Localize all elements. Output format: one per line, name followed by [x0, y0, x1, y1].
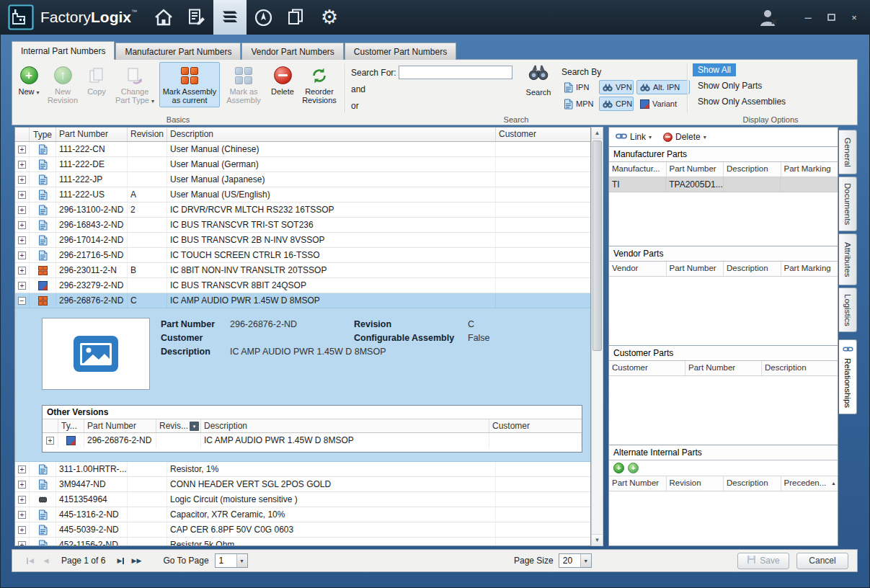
first-page-button[interactable]: ◀ [22, 554, 38, 567]
expand-toggle[interactable]: + [18, 481, 26, 489]
column-header-part-marking[interactable]: Part Marking [781, 262, 838, 276]
scroll-down-arrow[interactable]: ▼ [592, 534, 603, 545]
unlink-delete-button[interactable]: Delete▾ [663, 132, 706, 142]
display-option-show-only-assemblies[interactable]: Show Only Assemblies [693, 95, 791, 108]
mark-as-assembly-button[interactable]: Mark as Assembly [221, 62, 266, 107]
close-button[interactable]: × [845, 10, 863, 24]
user-logout-icon[interactable] [756, 6, 781, 28]
minimize-button[interactable]: ─ [799, 10, 817, 24]
column-header-part-number[interactable]: Part Number [667, 162, 724, 177]
filter-ipn-button[interactable]: IPN [560, 80, 596, 94]
column-header-description[interactable]: Description [724, 262, 781, 276]
previous-page-button[interactable]: ◀ [38, 554, 54, 567]
filter-mpn-button[interactable]: MPN [560, 97, 596, 111]
display-option-show-all[interactable]: Show All [693, 63, 736, 76]
link-button[interactable]: Link▾ [616, 132, 652, 142]
expand-toggle[interactable]: + [46, 437, 54, 445]
column-header-customer[interactable]: Customer [609, 361, 685, 375]
tab-documents[interactable]: Documents [839, 177, 857, 231]
tab-internal-part-numbers[interactable]: Internal Part Numbers [12, 41, 115, 60]
table-row[interactable]: +445-5039-2-NDCAP CER 6.8PF 50V C0G 0603 [15, 522, 590, 538]
column-header-description[interactable]: Description [724, 162, 781, 177]
expand-toggle[interactable]: + [18, 526, 26, 534]
expand-toggle[interactable]: + [18, 146, 26, 153]
cancel-button[interactable]: Cancel [796, 553, 848, 569]
table-row[interactable]: +296-23279-2-NDIC BUS TRANSCVR 8BIT 24QS… [15, 278, 590, 293]
add-alternate-secondary-button[interactable]: + [628, 463, 639, 473]
change-part-type-button[interactable]: Change Part Type ▾ [112, 62, 158, 109]
save-button[interactable]: Save [737, 553, 789, 569]
column-header-revision[interactable]: Revis...▾ [156, 419, 201, 432]
expand-toggle[interactable]: + [18, 176, 26, 184]
column-header-part-number[interactable]: Part Number [667, 262, 724, 276]
filter-cpn-button[interactable]: CPN [599, 97, 634, 111]
column-header-revision[interactable]: Revision [667, 476, 724, 491]
table-row[interactable]: +296-13100-2-ND2IC DRVR/RCVR MLTCH RS232… [15, 202, 590, 218]
tab-manufacturer-part-numbers[interactable]: Manufacturer Part Numbers [115, 43, 241, 60]
column-header-part-number[interactable]: Part Number [685, 361, 762, 375]
new-button[interactable]: + New ▾ [15, 62, 43, 100]
display-option-show-only-parts[interactable]: Show Only Parts [693, 79, 767, 92]
table-row[interactable]: +111-222-JPUser Manual (Japanese) [15, 172, 590, 187]
documents-icon[interactable] [280, 0, 313, 35]
add-alternate-button[interactable]: + [613, 463, 624, 473]
collapse-toggle[interactable]: − [18, 297, 26, 305]
revision-filter-icon[interactable]: ▾ [190, 422, 199, 431]
goto-page-select[interactable]: 1 ▼ [215, 553, 248, 568]
column-header-description[interactable]: Description [724, 476, 781, 491]
search-button[interactable]: Search [520, 63, 557, 97]
column-header-revision[interactable]: Revision [128, 128, 167, 141]
next-page-button[interactable]: ▶ [112, 554, 128, 567]
other-version-row[interactable]: +296-26876-2-NDIC AMP AUDIO PWR 1.45W D … [43, 433, 582, 448]
expand-toggle[interactable]: + [18, 236, 26, 244]
expand-toggle[interactable]: + [18, 496, 26, 504]
expand-toggle[interactable]: + [18, 541, 26, 547]
expand-toggle[interactable]: + [18, 466, 26, 473]
maximize-button[interactable] [822, 10, 840, 24]
tab-vendor-part-numbers[interactable]: Vendor Part Numbers [241, 43, 343, 60]
parts-icon[interactable] [213, 0, 247, 35]
column-header-preceden[interactable]: Preceden...▲ [781, 476, 838, 491]
column-header-description[interactable]: Description [762, 361, 838, 375]
table-row[interactable]: −296-26876-2-NDCIC AMP AUDIO PWR 1.45W D… [15, 293, 590, 308]
column-header-part-number[interactable]: Part Number [84, 419, 156, 432]
reorder-revisions-button[interactable]: Reorder Revisions [299, 62, 339, 107]
table-row[interactable]: +296-17014-2-NDIC BUS TRANSCVR 2B N-INV … [15, 233, 590, 248]
column-header-description[interactable]: Description [167, 128, 496, 141]
filter-vpn-button[interactable]: VPN [599, 80, 634, 94]
table-row[interactable]: +311-1.00HRTR-...Resistor, 1% [15, 462, 590, 477]
home-icon[interactable] [147, 0, 180, 35]
tab-general[interactable]: General [839, 130, 857, 174]
table-row[interactable]: +4151354964Logic Circuit (moisture sensi… [15, 492, 590, 507]
scroll-up-arrow[interactable]: ▲ [592, 128, 603, 139]
tab-attributes[interactable]: Attributes [839, 233, 857, 285]
tab-relationships[interactable]: Relationships [839, 339, 857, 414]
search-input[interactable] [399, 66, 512, 79]
delete-button[interactable]: Delete [267, 62, 298, 99]
expand-toggle[interactable]: + [18, 267, 26, 275]
table-row[interactable]: +111-222-DEUser Manual (German) [15, 157, 590, 172]
column-header-customer[interactable]: Customer [489, 419, 582, 432]
mark-assembly-current-button[interactable]: Mark Assembly as current [159, 62, 220, 107]
table-row[interactable]: +452-1156-2-NDResistor 5k Ohm [15, 538, 590, 546]
table-row[interactable]: +296-21716-5-NDIC TOUCH SCREEN CTRLR 16-… [15, 248, 590, 263]
column-header-part-number[interactable]: Part Number [56, 128, 128, 141]
column-header-description[interactable]: Description [201, 419, 489, 432]
column-header-type[interactable]: Type [30, 128, 56, 141]
tab-logistics[interactable]: Logistics [839, 288, 857, 332]
expand-toggle[interactable]: + [18, 191, 26, 199]
page-size-select[interactable]: 20 ▼ [559, 553, 592, 568]
copy-button[interactable]: Copy [83, 62, 110, 99]
table-row[interactable]: +111-222-USAUser Manual (US/English) [15, 187, 590, 202]
filter-variant-button[interactable]: Variant [636, 97, 690, 111]
column-header-part-marking[interactable]: Part Marking [781, 162, 838, 177]
tab-customer-part-numbers[interactable]: Customer Part Numbers [345, 43, 456, 60]
navigator-icon[interactable] [247, 0, 280, 35]
settings-gear-icon[interactable]: ⚙ [313, 0, 346, 35]
expand-toggle[interactable]: + [18, 282, 26, 290]
table-row[interactable]: +445-1316-2-NDCapacitor, X7R Ceramic, 10… [15, 507, 590, 522]
table-row[interactable]: +111-222-CNUser Manual (Chinese) [15, 142, 590, 157]
column-header-manufactur[interactable]: Manufactur... [609, 162, 667, 177]
table-row[interactable]: +296-23011-2-NBIC 8BIT NON-INV TRANSLTR … [15, 263, 590, 278]
column-header-vendor[interactable]: Vendor [609, 262, 667, 276]
